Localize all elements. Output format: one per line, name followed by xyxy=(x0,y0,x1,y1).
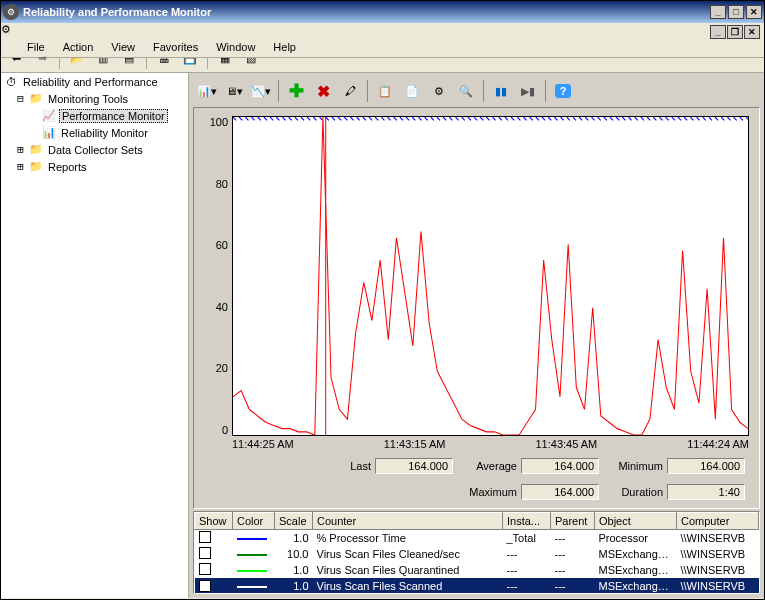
chart-area: 100 80 60 40 20 0 11:44:25 AM 11:43:15 A… xyxy=(193,107,760,509)
color-swatch xyxy=(237,554,267,556)
stat-avg-label: Average xyxy=(457,460,517,472)
app-icon: ⚙ xyxy=(3,4,19,20)
menu-bar: File Action View Favorites Window Help xyxy=(1,36,764,58)
tree-root[interactable]: ⏱ Reliability and Performance xyxy=(1,73,188,90)
stat-last-value: 164.000 xyxy=(375,458,453,474)
window-title: Reliability and Performance Monitor xyxy=(23,6,710,18)
chart-icon: 📈 xyxy=(41,108,57,124)
copy-button[interactable]: 📋 xyxy=(373,79,397,103)
minimize-button[interactable]: _ xyxy=(710,5,726,19)
color-swatch xyxy=(237,586,267,588)
counter-row[interactable]: 10.0Virus Scan Files Cleaned/sec------MS… xyxy=(195,546,759,562)
stat-dur-value: 1:40 xyxy=(667,484,745,500)
stat-min-value: 164.000 xyxy=(667,458,745,474)
menu-view[interactable]: View xyxy=(103,38,143,56)
expand-icon[interactable]: ⊞ xyxy=(15,160,26,173)
folder-icon: 📁 xyxy=(28,142,44,158)
tree-reliability-monitor[interactable]: 📊 Reliability Monitor xyxy=(1,124,188,141)
stats-bar: Last164.000 Average164.000 Minimum164.00… xyxy=(204,450,749,504)
mdi-minimize-button[interactable]: _ xyxy=(710,25,726,39)
column-header[interactable]: Object xyxy=(595,513,677,530)
mdi-close-button[interactable]: ✕ xyxy=(744,25,760,39)
y-axis: 100 80 60 40 20 0 xyxy=(204,116,232,436)
folder-icon: 📁 xyxy=(28,91,44,107)
remove-counter-button[interactable]: ✖ xyxy=(311,79,335,103)
counter-row[interactable]: 1.0% Processor Time_Total---Processor\\W… xyxy=(195,530,759,547)
show-checkbox[interactable]: ✓ xyxy=(199,580,211,592)
counter-row[interactable]: 1.0Virus Scan Files Quarantined------MSE… xyxy=(195,562,759,578)
highlight-button[interactable]: 🖍 xyxy=(338,79,362,103)
counter-row[interactable]: ✓1.0Virus Scan Files Scanned------MSExch… xyxy=(195,578,759,593)
paste-button[interactable]: 📄 xyxy=(400,79,424,103)
chart-icon: 📊 xyxy=(41,125,57,141)
tree-data-collector-sets[interactable]: ⊞ 📁 Data Collector Sets xyxy=(1,141,188,158)
column-header[interactable]: Parent xyxy=(551,513,595,530)
column-header[interactable]: Computer xyxy=(677,513,759,530)
stat-dur-label: Duration xyxy=(603,486,663,498)
zoom-button[interactable]: 🔍 xyxy=(454,79,478,103)
stat-max-value: 164.000 xyxy=(521,484,599,500)
tree-reports[interactable]: ⊞ 📁 Reports xyxy=(1,158,188,175)
column-header[interactable]: Color xyxy=(233,513,275,530)
stat-last-label: Last xyxy=(311,460,371,472)
update-button[interactable]: ▶▮ xyxy=(516,79,540,103)
show-checkbox[interactable] xyxy=(199,563,211,575)
folder-icon: 📁 xyxy=(28,159,44,175)
help-button[interactable]: ? xyxy=(551,79,575,103)
stat-min-label: Minimum xyxy=(603,460,663,472)
menu-action[interactable]: Action xyxy=(55,38,102,56)
app-window: ⚙ Reliability and Performance Monitor _ … xyxy=(0,0,765,600)
column-header[interactable]: Insta... xyxy=(503,513,551,530)
add-counter-button[interactable]: ✚ xyxy=(284,79,308,103)
gauge-icon: ⏱ xyxy=(3,74,19,90)
expand-icon[interactable]: ⊞ xyxy=(15,143,26,156)
properties-button[interactable]: ⚙ xyxy=(427,79,451,103)
color-swatch xyxy=(237,538,267,540)
menu-favorites[interactable]: Favorites xyxy=(145,38,206,56)
show-checkbox[interactable] xyxy=(199,547,211,559)
graph-button[interactable]: 📉▾ xyxy=(249,79,273,103)
collapse-icon[interactable]: ⊟ xyxy=(15,92,26,105)
x-axis: 11:44:25 AM 11:43:15 AM 11:43:45 AM 11:4… xyxy=(204,436,749,450)
menu-help[interactable]: Help xyxy=(265,38,304,56)
column-header[interactable]: Scale xyxy=(275,513,313,530)
freeze-button[interactable]: ▮▮ xyxy=(489,79,513,103)
column-header[interactable]: Counter xyxy=(313,513,503,530)
mmc-icon: ⚙ xyxy=(1,23,764,36)
display-button[interactable]: 🖥▾ xyxy=(222,79,246,103)
tree-performance-monitor[interactable]: 📈 Performance Monitor xyxy=(1,107,188,124)
main-panel: 📊▾ 🖥▾ 📉▾ ✚ ✖ 🖍 📋 📄 ⚙ 🔍 ▮▮ ▶▮ ? xyxy=(189,73,764,598)
view-type-button[interactable]: 📊▾ xyxy=(195,79,219,103)
stat-avg-value: 164.000 xyxy=(521,458,599,474)
close-button[interactable]: ✕ xyxy=(746,5,762,19)
tree-monitoring-tools[interactable]: ⊟ 📁 Monitoring Tools xyxy=(1,90,188,107)
menu-window[interactable]: Window xyxy=(208,38,263,56)
title-bar[interactable]: ⚙ Reliability and Performance Monitor _ … xyxy=(1,1,764,23)
stat-max-label: Maximum xyxy=(457,486,517,498)
show-checkbox[interactable] xyxy=(199,531,211,543)
maximize-button[interactable]: □ xyxy=(728,5,744,19)
mdi-restore-button[interactable]: ❐ xyxy=(727,25,743,39)
column-header[interactable]: Show xyxy=(195,513,233,530)
counter-list[interactable]: ShowColorScaleCounterInsta...ParentObjec… xyxy=(193,511,760,594)
chart-plot[interactable] xyxy=(232,116,749,436)
navigation-tree[interactable]: ⏱ Reliability and Performance ⊟ 📁 Monito… xyxy=(1,73,189,598)
color-swatch xyxy=(237,570,267,572)
chart-toolbar: 📊▾ 🖥▾ 📉▾ ✚ ✖ 🖍 📋 📄 ⚙ 🔍 ▮▮ ▶▮ ? xyxy=(193,77,760,105)
forward-button[interactable]: ➡ xyxy=(31,48,53,70)
